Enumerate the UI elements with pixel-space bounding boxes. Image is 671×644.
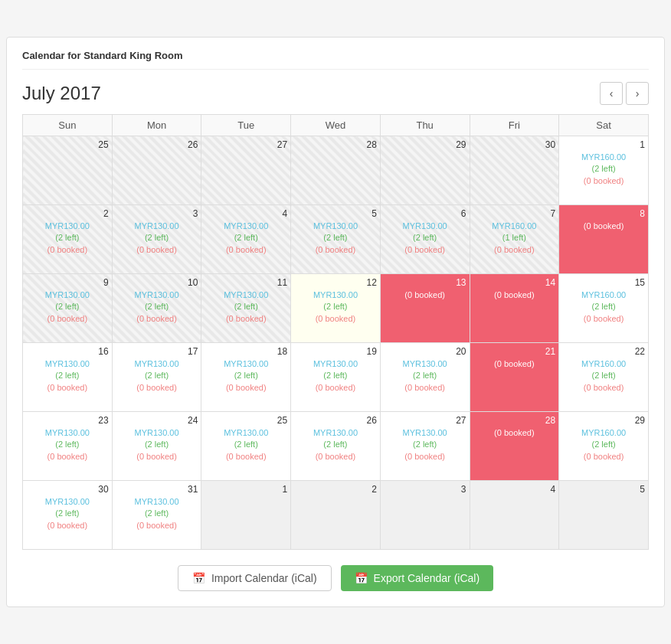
day-number: 29 <box>562 415 645 426</box>
cell-info: MYR160.00(2 left)(0 booked) <box>562 427 645 463</box>
cell-booked: (0 booked) <box>562 451 645 463</box>
calendar-cell: 13(0 booked) <box>380 274 470 343</box>
cell-info: (0 booked) <box>384 289 466 301</box>
calendar-cell: 9MYR130.00(2 left)(0 booked) <box>23 274 113 343</box>
calendar-cell[interactable]: 16MYR130.00(2 left)(0 booked) <box>23 343 113 412</box>
cell-info: MYR130.00(2 left)(0 booked) <box>384 427 466 463</box>
cell-booked: (0 booked) <box>116 244 198 256</box>
day-number: 4 <box>205 208 287 219</box>
day-number: 24 <box>116 415 198 426</box>
cell-info: (0 booked) <box>473 358 556 370</box>
cell-price: MYR160.00 <box>473 221 556 232</box>
cell-info: MYR130.00(2 left)(0 booked) <box>116 358 198 394</box>
calendar-cell[interactable]: 26MYR130.00(2 left)(0 booked) <box>291 412 381 481</box>
day-number: 16 <box>26 346 109 357</box>
calendar-cell[interactable]: 12MYR130.00(2 left)(0 booked) <box>291 274 381 343</box>
cell-info: MYR130.00(2 left)(0 booked) <box>116 289 198 325</box>
cell-info: MYR160.00(2 left)(0 booked) <box>562 289 645 325</box>
calendar-cell[interactable]: 19MYR130.00(2 left)(0 booked) <box>291 343 381 412</box>
cell-booked: (0 booked) <box>116 382 198 394</box>
cell-left: (2 left) <box>294 439 377 450</box>
weekday-header: Sun <box>23 115 113 136</box>
day-number: 12 <box>294 277 377 288</box>
export-label: Export Calendar (iCal) <box>374 572 480 584</box>
calendar-header: July 2017 ‹ › <box>22 82 649 105</box>
weekday-header: Thu <box>380 115 470 136</box>
cell-left: (2 left) <box>116 301 198 312</box>
calendar-cell: 11MYR130.00(2 left)(0 booked) <box>201 274 291 343</box>
calendar-cell: 21(0 booked) <box>470 343 559 412</box>
cell-price: MYR130.00 <box>205 289 287 301</box>
cell-info: MYR130.00(2 left)(0 booked) <box>294 289 377 325</box>
calendar-week-row: 9MYR130.00(2 left)(0 booked)10MYR130.00(… <box>23 274 649 343</box>
calendar-cell[interactable]: 1MYR160.00(2 left)(0 booked) <box>559 136 649 205</box>
calendar-cell[interactable]: 15MYR160.00(2 left)(0 booked) <box>559 274 649 343</box>
day-number: 3 <box>384 484 466 495</box>
calendar-week-row: 2526272829301MYR160.00(2 left)(0 booked) <box>23 136 649 205</box>
calendar-import-icon: 📅 <box>192 572 205 584</box>
day-number: 22 <box>562 346 645 357</box>
day-number: 30 <box>26 484 109 495</box>
cell-price: MYR130.00 <box>294 427 377 439</box>
cell-info: MYR130.00(2 left)(0 booked) <box>26 358 109 394</box>
cell-info: MYR160.00(2 left)(0 booked) <box>562 152 645 187</box>
calendar-cell[interactable]: 25MYR130.00(2 left)(0 booked) <box>201 412 291 481</box>
cell-booked: (0 booked) <box>205 451 287 463</box>
calendar-cell: 5 <box>559 481 649 550</box>
cell-left: (2 left) <box>26 508 109 519</box>
calendar-cell[interactable]: 20MYR130.00(2 left)(0 booked) <box>380 343 470 412</box>
calendar-cell: 29 <box>380 136 470 205</box>
export-calendar-button[interactable]: 📅 Export Calendar (iCal) <box>341 565 494 591</box>
cell-info: MYR130.00(2 left)(0 booked) <box>205 289 287 325</box>
calendar-cell: 28 <box>291 136 381 205</box>
day-number: 28 <box>294 139 377 150</box>
cell-price: MYR130.00 <box>116 496 198 508</box>
cell-booked: (0 booked) <box>473 289 556 301</box>
calendar-cell: 5MYR130.00(2 left)(0 booked) <box>291 205 381 274</box>
cell-left: (2 left) <box>205 439 287 450</box>
calendar-cell[interactable]: 31MYR130.00(2 left)(0 booked) <box>112 481 201 550</box>
cell-booked: (0 booked) <box>26 382 109 394</box>
day-number: 14 <box>473 277 556 288</box>
weekday-header: Wed <box>291 115 381 136</box>
calendar-cell[interactable]: 27MYR130.00(2 left)(0 booked) <box>380 412 470 481</box>
cell-info: MYR130.00(2 left)(0 booked) <box>205 221 287 256</box>
cell-left: (2 left) <box>116 232 198 244</box>
cell-left: (2 left) <box>205 370 287 381</box>
cell-info: MYR130.00(2 left)(0 booked) <box>116 496 198 531</box>
day-number: 21 <box>473 346 556 357</box>
day-number: 1 <box>562 139 645 150</box>
calendar-cell[interactable]: 23MYR130.00(2 left)(0 booked) <box>23 412 113 481</box>
next-month-button[interactable]: › <box>626 82 649 105</box>
cell-left: (2 left) <box>384 232 466 244</box>
calendar-cell[interactable]: 29MYR160.00(2 left)(0 booked) <box>559 412 649 481</box>
cell-info: (0 booked) <box>473 427 556 439</box>
cell-left: (2 left) <box>26 370 109 381</box>
cell-booked: (0 booked) <box>562 313 645 325</box>
cell-price: MYR130.00 <box>26 427 109 439</box>
import-calendar-button[interactable]: 📅 Import Calendar (iCal) <box>178 565 332 591</box>
cell-left: (2 left) <box>116 370 198 381</box>
calendar-cell: 25 <box>23 136 113 205</box>
cell-booked: (0 booked) <box>384 451 466 463</box>
calendar-cell: 2 <box>291 481 381 550</box>
day-number: 5 <box>294 208 377 219</box>
prev-month-button[interactable]: ‹ <box>600 82 623 105</box>
calendar-cell[interactable]: 22MYR160.00(2 left)(0 booked) <box>559 343 649 412</box>
calendar-cell: 14(0 booked) <box>470 274 559 343</box>
day-number: 1 <box>205 484 287 495</box>
cell-info: MYR130.00(2 left)(0 booked) <box>116 427 198 463</box>
calendar-cell: 30 <box>470 136 559 205</box>
cell-booked: (0 booked) <box>562 175 645 187</box>
cell-info: MYR160.00(2 left)(0 booked) <box>562 358 645 394</box>
cell-booked: (0 booked) <box>384 289 466 301</box>
calendar-cell[interactable]: 30MYR130.00(2 left)(0 booked) <box>23 481 113 550</box>
calendar-cell[interactable]: 18MYR130.00(2 left)(0 booked) <box>201 343 291 412</box>
calendar-cell[interactable]: 17MYR130.00(2 left)(0 booked) <box>112 343 201 412</box>
cell-left: (2 left) <box>384 439 466 450</box>
calendar-cell: 7MYR160.00(1 left)(0 booked) <box>470 205 559 274</box>
calendar-cell[interactable]: 24MYR130.00(2 left)(0 booked) <box>112 412 201 481</box>
cell-left: (2 left) <box>116 508 198 519</box>
cell-booked: (0 booked) <box>26 451 109 463</box>
day-number: 29 <box>384 139 466 150</box>
